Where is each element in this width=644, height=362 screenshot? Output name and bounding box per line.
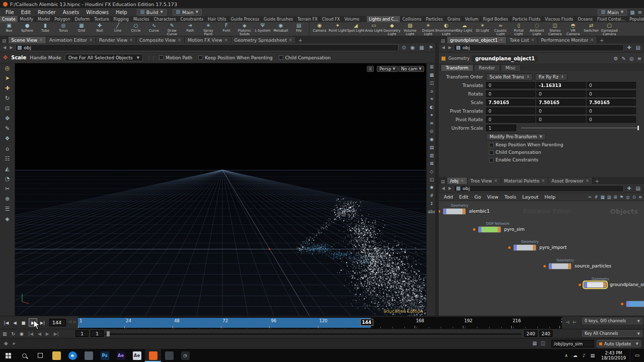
- node-input-flag[interactable]: [443, 209, 446, 215]
- scale-tool-icon[interactable]: ⊡: [5, 106, 10, 111]
- shelf-tool-camera[interactable]: ◉Camera: [310, 22, 329, 36]
- target-icon[interactable]: ⊙: [632, 195, 636, 200]
- move-tool-icon[interactable]: ✚: [5, 85, 10, 91]
- current-frame-marker[interactable]: 144: [360, 319, 373, 326]
- network-menu-help[interactable]: Help: [541, 194, 558, 200]
- shelf-tab-particle-fluids[interactable]: Particle Fluids: [511, 16, 543, 22]
- shelf-tab-polygon[interactable]: Polygon: [52, 16, 72, 22]
- shelf-tool-vr-camera[interactable]: ◓VR Camera: [564, 22, 582, 36]
- add-pane-tab-button[interactable]: +: [597, 38, 606, 43]
- pane-tab-geometry-spreadsheet[interactable]: Geometry Spreadsheet×: [231, 37, 296, 43]
- param-translate-2[interactable]: 0: [587, 82, 636, 88]
- jump-start-button[interactable]: |◀: [2, 318, 11, 327]
- back-arrow-icon[interactable]: ◀: [441, 186, 446, 191]
- shelf-tool-circle[interactable]: ○Circle: [127, 22, 145, 36]
- shelf-tab-guide-brushes[interactable]: Guide Brushes: [262, 16, 295, 22]
- edit-icon[interactable]: ✎: [621, 56, 625, 61]
- network-node-pyro-import[interactable]: Geometrypyro_import: [513, 244, 594, 257]
- checkbox-enable-constraints[interactable]: Enable Constraints: [489, 157, 644, 162]
- close-tab-icon[interactable]: ×: [289, 38, 292, 42]
- snapshot-icon[interactable]: ▦: [418, 45, 426, 50]
- bounds-view-icon[interactable]: ◱: [430, 177, 434, 182]
- taskbar-app-dark[interactable]: [161, 349, 177, 362]
- shelf-tab-fluid-contai[interactable]: Fluid Contai...: [595, 16, 627, 22]
- node-body[interactable]: [443, 208, 466, 215]
- forward-arrow-icon[interactable]: ▶: [9, 45, 14, 50]
- ortho-view-icon[interactable]: ▦: [430, 73, 434, 77]
- edit-tool-icon[interactable]: ✎: [5, 126, 10, 131]
- fit-view-icon[interactable]: ↕: [430, 202, 434, 206]
- cook-icon[interactable]: ◫: [540, 340, 545, 346]
- grid-snap-icon[interactable]: ⊞: [430, 65, 434, 69]
- panel-menu-icon[interactable]: ▤: [634, 186, 642, 191]
- shelf-tool-spot-light[interactable]: ◢Spot Light: [347, 22, 365, 36]
- view-menu-dropdown[interactable]: Persp ▼: [377, 66, 398, 72]
- shelf-tool-line[interactable]: ╱Line: [109, 22, 127, 36]
- playback-end-field[interactable]: 240: [524, 330, 537, 337]
- add-tool-icon[interactable]: ⊕: [5, 196, 10, 202]
- menu-assets[interactable]: Assets: [59, 9, 83, 16]
- menu-tool-icon[interactable]: ☰: [5, 206, 10, 212]
- shelf-tool-metaball[interactable]: ◉Metaball: [272, 22, 290, 36]
- shelf-tab-grains[interactable]: Grains: [445, 16, 463, 22]
- shelf-tool-platonic-solids[interactable]: ◈Platonic Solids: [235, 22, 254, 36]
- close-tab-icon[interactable]: ×: [178, 38, 181, 42]
- pane-divider[interactable]: [435, 43, 439, 316]
- node-body[interactable]: [626, 301, 644, 307]
- start-button[interactable]: [0, 349, 16, 362]
- stop-button[interactable]: ■: [19, 318, 28, 327]
- desktop-dropdown[interactable]: Build ▼: [137, 9, 167, 16]
- panel-toggle-2-icon[interactable]: ▥: [430, 153, 434, 158]
- shelf-tool-grid[interactable]: ▦Grid: [72, 22, 91, 36]
- network-node-alembic1[interactable]: Geometryalembic1: [443, 208, 523, 221]
- node-name-field[interactable]: groundplane_object1: [472, 55, 538, 62]
- wire-view-icon[interactable]: ◇: [430, 169, 434, 174]
- param-pivot-translate-0[interactable]: 0: [486, 108, 535, 114]
- center-view-icon[interactable]: ⊙: [430, 129, 434, 134]
- tray-icon-1[interactable]: ♪: [580, 353, 588, 358]
- uniform-scale-field[interactable]: 1: [486, 125, 516, 131]
- checkbox-box[interactable]: [489, 143, 494, 147]
- taskbar-clock-app[interactable]: ◷: [177, 349, 193, 362]
- node-output-flag[interactable]: [533, 245, 536, 251]
- shelf-tool-distant-light[interactable]: ☀Distant Light: [419, 22, 437, 36]
- forward-arrow-icon[interactable]: ▶: [447, 186, 452, 191]
- node-output-flag[interactable]: [603, 282, 606, 288]
- node-input-flag[interactable]: [514, 245, 517, 251]
- rotate-tool-icon[interactable]: ↻: [5, 96, 10, 101]
- menu-icon[interactable]: ≡: [637, 56, 641, 61]
- menu-help[interactable]: Help: [112, 9, 131, 16]
- taskbar-app-grey[interactable]: [80, 349, 97, 362]
- shelf-tab-muscles[interactable]: Muscles: [131, 16, 152, 22]
- checkbox-child-compensation[interactable]: Child Compensation: [279, 55, 331, 60]
- network-menu-edit[interactable]: Edit: [456, 194, 471, 200]
- sculpt-tool-icon[interactable]: ❖: [5, 136, 10, 141]
- checkbox-child-compensation[interactable]: Child Compensation: [489, 150, 644, 155]
- pre-transform-dropdown[interactable]: Modify Pre-Transform ▼: [486, 133, 546, 140]
- network-menu-layout[interactable]: Layout: [519, 194, 541, 200]
- checkbox-keep-position-when-parenting[interactable]: Keep Position When Parenting: [198, 55, 272, 60]
- select-tool-icon[interactable]: ➤: [5, 75, 10, 81]
- param-translate-1[interactable]: -1.16313: [536, 82, 586, 88]
- shelf-tab-rigging[interactable]: Rigging: [112, 16, 131, 22]
- shelf-tool-draw-curve[interactable]: ✎Draw Curve: [163, 22, 181, 36]
- network-node-partial[interactable]: [626, 301, 644, 314]
- checkbox-keep-position-when-parenting[interactable]: Keep Position When Parenting: [489, 142, 644, 147]
- shelf-tool-l-system[interactable]: ΨL-System: [254, 22, 272, 36]
- shelf-tool-file[interactable]: ▤File: [290, 22, 308, 36]
- shelf-tool-null[interactable]: ✚Null: [91, 22, 109, 36]
- param-pivot-rotate-2[interactable]: 0: [587, 116, 636, 123]
- param-pivot-rotate-0[interactable]: 0: [486, 116, 535, 123]
- uniform-scale-slider[interactable]: [521, 128, 639, 128]
- range-slider-handle[interactable]: [107, 331, 110, 336]
- panel-toggle-icon[interactable]: ▤: [430, 145, 434, 150]
- cut-icon[interactable]: ✂: [588, 195, 592, 200]
- param-tab-misc[interactable]: Misc: [501, 64, 521, 71]
- network-tab-asset-browser[interactable]: Asset Browser×: [548, 177, 593, 184]
- network-tab-tree-view[interactable]: Tree View×: [467, 177, 501, 184]
- main-right-dropdown[interactable]: Main ▼: [598, 9, 627, 16]
- checkbox-box[interactable]: [489, 150, 494, 155]
- network-path-field[interactable]: obj: [454, 185, 624, 192]
- shelf-tab-rigid-bodies[interactable]: Rigid Bodies: [481, 16, 510, 22]
- close-tab-icon[interactable]: ×: [129, 38, 133, 42]
